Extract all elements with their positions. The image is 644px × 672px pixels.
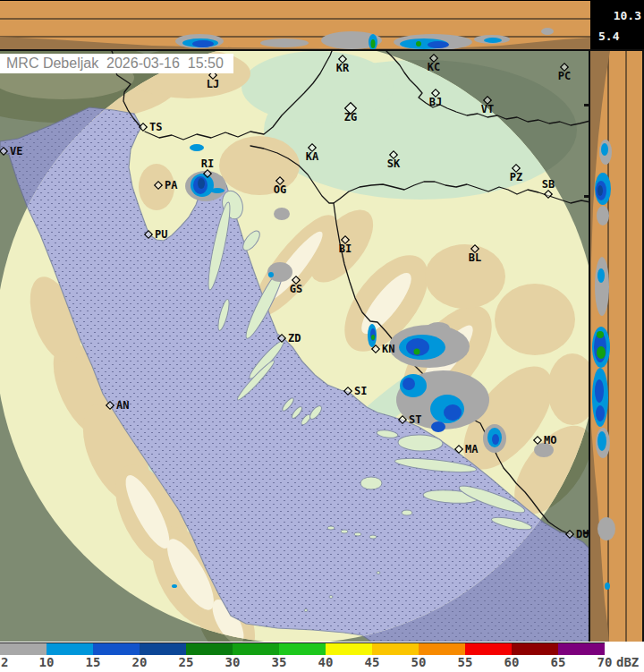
- radar-echo: [267, 262, 292, 282]
- radar-echo: [416, 41, 421, 47]
- station-label-KN: KN: [382, 343, 394, 355]
- dbz-scale-segment: [465, 643, 512, 655]
- radar-echo: [210, 188, 225, 193]
- station-label-SB: SB: [542, 178, 555, 191]
- radar-echo: [595, 257, 609, 316]
- station-label-PZ: PZ: [510, 171, 522, 183]
- station-label-BL: BL: [469, 251, 481, 264]
- radar-echo: [597, 431, 606, 451]
- dbz-scale-segment: [326, 643, 372, 655]
- right-cross-section-plot: [590, 51, 642, 642]
- radar-echo: [414, 349, 420, 355]
- station-label-ZD: ZD: [288, 332, 301, 345]
- top-cross-section-panel: 10.3 5.4: [0, 0, 644, 51]
- station-label-ZG: ZG: [344, 111, 357, 123]
- scale-tick-label: 60: [504, 655, 520, 669]
- dbz-color-scale: [0, 642, 605, 655]
- radar-echo: [431, 421, 445, 432]
- dbz-scale-segment: [0, 643, 47, 655]
- radar-echo: [597, 268, 605, 283]
- radar-echo: [541, 28, 554, 35]
- station-label-VE: VE: [10, 145, 22, 157]
- right-section-max-height: 5.4: [598, 30, 619, 43]
- scale-tick-label: 30: [225, 655, 241, 669]
- station-label-LJ: LJ: [207, 78, 219, 90]
- scale-unit-label: dBZ: [616, 655, 639, 669]
- station-label-KA: KA: [306, 150, 319, 163]
- radar-map-image: LJKRKCPCZGBJVTVETSRIPAPUKASKOGPZSBBIBLGS…: [0, 51, 590, 642]
- dbz-scale-segment: [140, 643, 186, 655]
- map-inside-radar-range: [0, 51, 590, 642]
- station-label-GS: GS: [290, 283, 302, 295]
- top-section-max-height: 10.3: [614, 9, 641, 22]
- radar-echo: [597, 331, 604, 338]
- scale-tick-label: 20: [132, 655, 148, 669]
- scale-tick-label: 15: [86, 655, 101, 669]
- scale-tick-label: 55: [458, 655, 473, 669]
- station-label-PA: PA: [165, 179, 178, 191]
- radar-echo: [172, 584, 177, 588]
- dbz-scale-segment: [233, 643, 279, 655]
- scale-tick-label: 45: [365, 655, 380, 669]
- radar-echo: [274, 208, 290, 220]
- scale-tick-label: 70: [597, 655, 613, 669]
- scale-tick-label: 50: [411, 655, 427, 669]
- station-label-OG: OG: [274, 183, 286, 196]
- station-label-KR: KR: [336, 62, 350, 74]
- radar-echo: [605, 583, 610, 590]
- scale-tick-label: 10: [39, 655, 55, 669]
- radar-echo: [371, 39, 376, 48]
- station-label-SI: SI: [354, 385, 367, 397]
- dbz-scale-segment: [93, 643, 140, 655]
- station-label-SK: SK: [387, 157, 401, 170]
- radar-display: 10.3 5.4: [0, 0, 644, 672]
- radar-echo: [260, 38, 309, 47]
- station-label-DU: DU: [576, 528, 589, 540]
- radar-echo: [444, 404, 462, 421]
- station-label-MA: MA: [465, 443, 479, 455]
- scale-tick-label: 2: [1, 655, 8, 669]
- radar-echo: [492, 434, 499, 445]
- radar-echo: [268, 272, 274, 277]
- radar-title-bar: MRC Debeljak 2026-03-16 15:50: [0, 54, 233, 73]
- dbz-scale-segment: [279, 643, 326, 655]
- station-label-PC: PC: [558, 70, 571, 82]
- station-label-RI: RI: [201, 157, 214, 170]
- station-label-MO: MO: [544, 434, 556, 447]
- radar-echo: [596, 405, 605, 421]
- radar-map: LJKRKCPCZGBJVTVETSRIPAPUKASKOGPZSBBIBLGS…: [0, 51, 590, 642]
- scale-tick-label: 40: [318, 655, 334, 669]
- station-label-TS: TS: [149, 121, 162, 133]
- radar-echo: [484, 38, 502, 43]
- dbz-scale-segment: [372, 643, 419, 655]
- radar-echo: [597, 517, 615, 540]
- station-label-ST: ST: [409, 413, 421, 426]
- dbz-scale-segment: [47, 643, 93, 655]
- radar-echo: [190, 144, 204, 151]
- dbz-scale-segment: [512, 643, 558, 655]
- dbz-scale-labels: dBZ 210152025303540455055606570: [0, 655, 644, 672]
- radar-echo: [597, 185, 603, 196]
- station-label-KC: KC: [428, 61, 440, 73]
- radar-echo: [402, 378, 415, 390]
- radar-title: MRC Debeljak 2026-03-16 15:50: [0, 54, 233, 73]
- station-label-AN: AN: [116, 399, 129, 412]
- radar-echo: [192, 40, 214, 47]
- radar-echo: [601, 143, 608, 156]
- radar-echo: [597, 206, 609, 225]
- station-label-PU: PU: [155, 228, 167, 241]
- scale-tick-label: 25: [179, 655, 194, 669]
- right-cross-section-panel: [589, 51, 644, 642]
- cross-section-scale-box: 10.3 5.4: [590, 1, 644, 49]
- dbz-scale-segment: [186, 643, 233, 655]
- dbz-scale-segment: [419, 643, 465, 655]
- scale-tick-label: 65: [551, 655, 566, 669]
- radar-echo: [595, 379, 604, 403]
- scale-tick-label: 35: [272, 655, 287, 669]
- radar-echo: [198, 178, 205, 189]
- station-label-BJ: BJ: [429, 96, 442, 108]
- station-label-VT: VT: [481, 103, 494, 115]
- dbz-scale-segment: [558, 643, 605, 655]
- top-cross-section-plot: [0, 1, 590, 49]
- radar-echo: [597, 346, 606, 359]
